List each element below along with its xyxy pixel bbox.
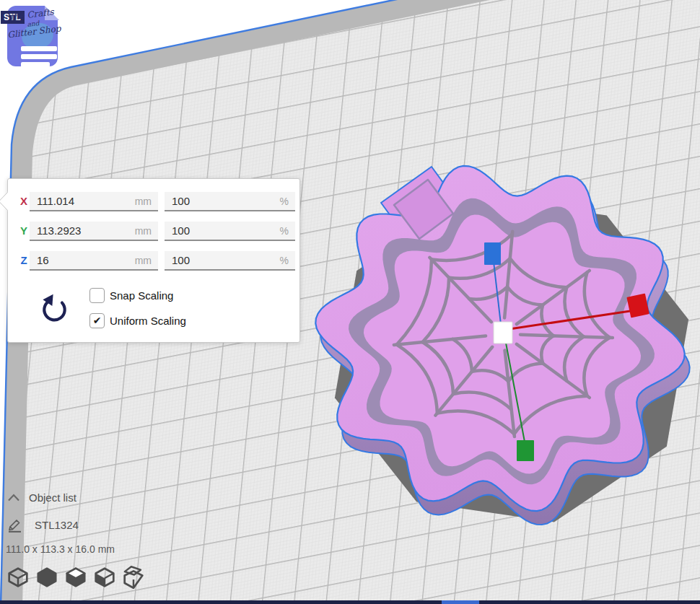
- cube-icon-top-open-glyph: [64, 566, 88, 589]
- cube-icon-side-filled-glyph: [92, 566, 117, 589]
- object-dimensions: 111.0 x 113.3 x 16.0 mm: [6, 543, 115, 555]
- shop-logo: STL the Crafts and Glitter Shop: [1, 1, 66, 71]
- object-name: STL1324: [35, 519, 79, 531]
- cube-icon-lid-open-glyph: [121, 566, 146, 589]
- cube-icon-solid[interactable]: [35, 566, 59, 589]
- snap-scaling-label: Snap Scaling: [110, 289, 173, 302]
- application-window: STL the Crafts and Glitter Shop X 111.01…: [0, 0, 700, 604]
- cube-icon-lid-open[interactable]: [121, 566, 146, 589]
- scale-row-x: X 111.014 mm 100 %: [8, 192, 299, 211]
- cube-icon-wireframe[interactable]: [6, 566, 30, 589]
- scale-handle-y[interactable]: [517, 440, 534, 461]
- folded-corner-icon: [45, 6, 59, 20]
- reset-rotate-icon: [38, 293, 67, 323]
- axis-y-label: Y: [17, 224, 30, 237]
- scale-y-mm-input[interactable]: 113.2923 mm: [30, 222, 158, 241]
- scale-x-mm-input[interactable]: 111.014 mm: [30, 192, 158, 211]
- edit-pencil-icon: [7, 518, 23, 533]
- cube-icon-side-filled[interactable]: [92, 566, 117, 589]
- scale-tool-panel: X 111.014 mm 100 % Y 113.2923 mm 100 % Z: [7, 178, 300, 343]
- axis-z-label: Z: [17, 254, 30, 266]
- scale-y-percent-input[interactable]: 100 %: [165, 222, 295, 241]
- logo-text-bar: [21, 54, 57, 59]
- uniform-scaling-checkbox[interactable]: ✔: [89, 313, 105, 328]
- cube-icon-wireframe-glyph: [6, 566, 30, 589]
- axis-x-label: X: [17, 195, 30, 207]
- scale-handle-center[interactable]: [494, 322, 512, 343]
- cube-icon-top-open[interactable]: [64, 566, 88, 589]
- object-list-title: Object list: [29, 491, 76, 504]
- snap-scaling-checkbox[interactable]: [89, 288, 105, 303]
- chevron-up-icon: [7, 493, 20, 502]
- spiderweb-mold-model[interactable]: [315, 166, 689, 525]
- uniform-scaling-label: Uniform Scaling: [110, 315, 186, 327]
- scale-handle-z[interactable]: [484, 242, 501, 265]
- logo-text-bar: [21, 46, 57, 51]
- scale-z-mm-input[interactable]: 16 mm: [30, 251, 158, 271]
- logo-text-bar: [21, 62, 50, 66]
- reset-scale-button[interactable]: [38, 293, 67, 323]
- window-bottom-accent: [442, 600, 479, 604]
- stl-badge: STL: [1, 11, 25, 24]
- window-bottom-border: [0, 600, 700, 604]
- scale-x-percent-input[interactable]: 100 %: [165, 192, 295, 211]
- cube-icon-solid-glyph: [35, 566, 59, 589]
- scale-row-z: Z 16 mm 100 %: [8, 251, 299, 271]
- scale-row-y: Y 113.2923 mm 100 %: [8, 222, 299, 241]
- scale-z-percent-input[interactable]: 100 %: [165, 251, 295, 271]
